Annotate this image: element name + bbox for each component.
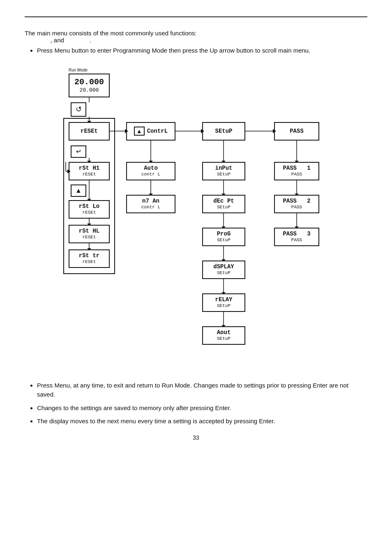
- diagram-wrapper: Run Mode 20.000 20.000 ↺ rESEt ↵ rSt H1 …: [25, 61, 367, 374]
- rst-lo-box: rSt Lo rESEt: [69, 200, 110, 219]
- reset-box: rESEt: [69, 122, 110, 141]
- intro-paragraph: The main menu consists of the most commo…: [25, 30, 367, 44]
- contrl-up-arrow: ▲: [134, 127, 145, 136]
- dec-pt-setup-box: dEc Pt SEtuP: [202, 195, 245, 213]
- bullet-item-1: Press Menu button to enter Programming M…: [37, 46, 367, 55]
- top-divider: [25, 16, 367, 17]
- bottom-bullet-list: Press Menu, at any time, to exit and ret…: [25, 381, 367, 426]
- diagram: Run Mode 20.000 20.000 ↺ rESEt ↵ rSt H1 …: [54, 61, 338, 374]
- pass-3-box: PASS 3 PASS: [274, 228, 319, 246]
- run-mode-display: 20.000 20.000: [69, 74, 110, 97]
- dsplay-setup-box: dSPLAY SEtuP: [202, 261, 245, 279]
- prog-setup-box: ProG SEtuP: [202, 228, 245, 246]
- setup-box: SEtuP: [202, 122, 245, 141]
- rst-hi-box: rSt H1 rESEt: [69, 162, 110, 180]
- bullet-item-2: Press Menu, at any time, to exit and ret…: [37, 381, 367, 399]
- bullet-list: Press Menu button to enter Programming M…: [25, 46, 367, 55]
- enter-icon-box: ↵: [71, 145, 86, 158]
- aout-setup-box: Aout SEtuP: [202, 326, 245, 345]
- auto-contrl-box: Auto contr L: [126, 162, 175, 180]
- up-arrow-icon-box: ▲: [71, 185, 86, 197]
- refresh-icon: ↺: [76, 105, 82, 114]
- pass-1-box: PASS 1 PASS: [274, 162, 319, 180]
- relay-setup-box: rELAY SEtuP: [202, 293, 245, 312]
- bullet-item-4: The display moves to the next menu every…: [37, 417, 367, 426]
- page: The main menu consists of the most commo…: [0, 0, 392, 457]
- contrl-box: ▲ ContrL: [126, 122, 175, 141]
- pass-box: PASS: [274, 122, 319, 141]
- rst-tr-box: rSt tr rESEt: [69, 249, 110, 268]
- refresh-icon-box: ↺: [71, 102, 86, 117]
- up-arrow-icon: ▲: [75, 187, 82, 194]
- rst-hl-box: rSt HL rESEt: [69, 225, 110, 243]
- enter-icon: ↵: [76, 148, 81, 155]
- bullet-item-3: Changes to the settings are saved to mem…: [37, 404, 367, 413]
- run-mode-label: Run Mode: [69, 68, 88, 72]
- no-an-contrl-box: n7 An contr L: [126, 195, 175, 213]
- input-setup-box: inPut SEtuP: [202, 162, 245, 180]
- page-number: 33: [25, 434, 367, 441]
- pass-2-box: PASS 2 PASS: [274, 195, 319, 213]
